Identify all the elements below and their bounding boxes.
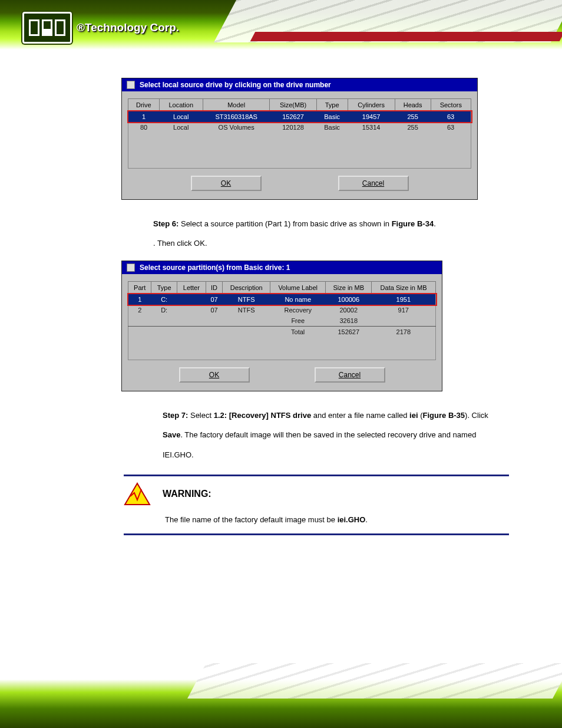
col-model: Model [203,99,270,111]
screenshot-select-source-drive: Select local source drive by clicking on… [121,78,478,200]
col-heads: Heads [395,99,431,111]
step-num: Step 6: [153,219,178,228]
col-location: Location [159,99,203,111]
cancel-button[interactable]: Cancel [315,367,385,383]
col-cyl: Cylinders [348,99,395,111]
drive-row[interactable]: 80 Local OS Volumes 120128 Basic 15314 2… [128,122,471,133]
col-size: Size(MB) [270,99,316,111]
step6-text: Step 6: Select a source partition (Part … [153,214,509,254]
col-type: Type [316,99,348,111]
col-label: Volume Label [270,282,326,294]
col-sectors: Sectors [431,99,471,111]
drive-row-selected[interactable]: 1 Local ST3160318AS 152627 Basic 19457 2… [128,111,471,123]
col-type: Type [151,282,177,294]
divider [124,533,509,535]
warning-heading: WARNING: [163,489,211,499]
header-redbar [250,32,562,41]
col-sizeMB: Size in MB [326,282,372,294]
screenshot-select-source-partition: Select source partition(s) from Basic dr… [121,261,442,391]
col-drive: Drive [128,99,160,111]
step7-text: Step 7: Select 1.2: [Recovery] NTFS driv… [163,406,509,465]
warning-icon [124,482,151,506]
cancel-button[interactable]: Cancel [338,176,409,191]
col-id: ID [206,282,223,294]
divider [124,475,509,476]
ok-button[interactable]: OK [191,176,262,191]
partition-table: Part Type Letter ID Description Volume L… [128,281,436,360]
warning-note: The file name of the factory default ima… [165,515,509,524]
ok-button[interactable]: OK [179,367,250,383]
drive-table: Drive Location Model Size(MB) Type Cylin… [128,98,471,169]
partition-row-selected[interactable]: 1 C: 07 NTFS No name 100006 1951 [128,294,436,305]
figure-ref: Figure B-35 [423,411,465,420]
partition-row[interactable]: 2 D: 07 NTFS Recovery 20002 917 [128,305,436,315]
logo-block: ®Technology Corp. [22,12,179,44]
warning-block: WARNING: [124,482,562,506]
logo-icon [22,12,72,44]
figure-ref: Figure B-34 [392,219,434,228]
col-part: Part [128,282,151,294]
step-num: Step 7: [163,411,188,420]
page-footer [0,663,562,728]
col-dataMB: Data Size in MB [372,282,436,294]
dialog-title: Select source partition(s) from Basic dr… [122,261,442,274]
page-header: ®Technology Corp. [0,0,562,71]
col-desc: Description [223,282,270,294]
dialog-title: Select local source drive by clicking on… [122,78,477,91]
total-row: Total 152627 2178 [128,327,436,338]
col-letter: Letter [177,282,206,294]
logo-tag: ®Technology Corp. [77,21,179,34]
free-row: Free 32618 [128,315,436,327]
